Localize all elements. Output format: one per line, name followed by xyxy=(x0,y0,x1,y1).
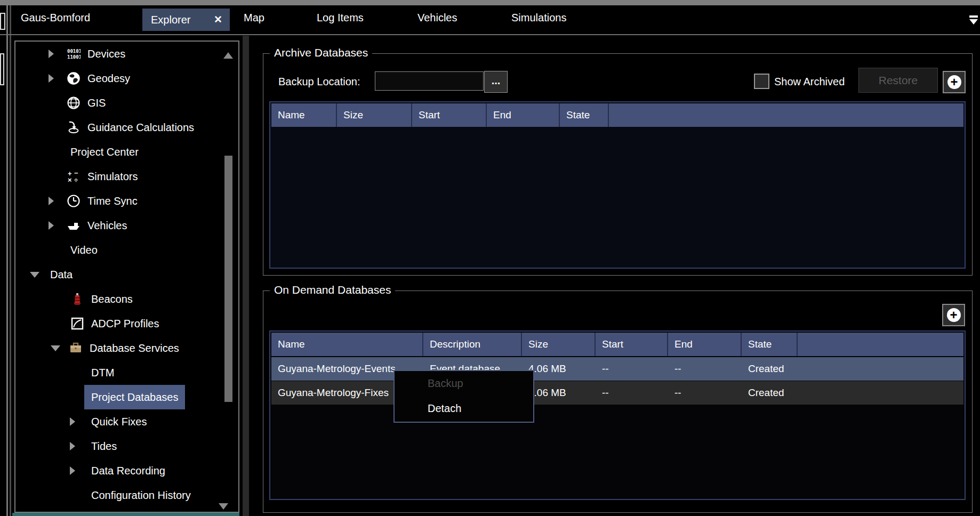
sidebar-item-data-recording[interactable]: Data Recording xyxy=(15,458,222,483)
sidebar-item-time-sync[interactable]: Time Sync xyxy=(15,189,222,213)
sidebar-item-tides[interactable]: Tides xyxy=(15,434,222,458)
sidebar-item-guidance-calculations[interactable]: Guidance Calculations xyxy=(15,115,222,140)
sidebar-item-beacons[interactable]: Beacons xyxy=(15,287,222,311)
backup-location-label: Backup Location: xyxy=(278,76,360,88)
cell-end: -- xyxy=(668,381,742,405)
column-header-name[interactable]: Name xyxy=(271,333,423,356)
chevron-right-icon[interactable] xyxy=(70,466,75,475)
chevron-right-icon[interactable] xyxy=(49,50,54,58)
table-row[interactable]: Guyana-Metrology-EventsEvent database4.0… xyxy=(271,357,963,381)
column-header-end[interactable]: End xyxy=(668,333,742,356)
sidebar-item-database-services[interactable]: Database Services xyxy=(15,336,222,360)
cell-state: Created xyxy=(742,381,798,405)
project-name-tab[interactable]: Gaus-Bomford xyxy=(21,12,90,24)
beacons-icon xyxy=(70,292,84,306)
chevron-right-icon[interactable] xyxy=(49,74,54,83)
tab-overflow-icon[interactable] xyxy=(969,15,978,25)
chevron-right-icon[interactable] xyxy=(70,417,75,426)
add-ondemand-database-button[interactable]: + xyxy=(942,304,965,326)
tab-log-items[interactable]: Log Items xyxy=(317,12,364,24)
sidebar-bottom-accent xyxy=(12,513,239,516)
devices-icon: 0010111001 xyxy=(67,47,81,61)
svg-text:÷: ÷ xyxy=(74,176,78,183)
tab-explorer-label: Explorer xyxy=(151,9,190,31)
tab-simulations[interactable]: Simulations xyxy=(511,12,566,24)
sidebar-item-label: Database Services xyxy=(83,336,186,360)
svg-text:00101: 00101 xyxy=(67,49,81,54)
context-menu: BackupDetach xyxy=(393,370,534,423)
archive-databases-title: Archive Databases xyxy=(270,46,372,59)
column-header-end[interactable]: End xyxy=(487,103,560,127)
scroll-down-icon[interactable] xyxy=(219,503,228,510)
sidebar-item-quick-fixes[interactable]: Quick Fixes xyxy=(15,409,222,434)
vehicles-icon xyxy=(67,219,81,232)
collapsed-panel-handle[interactable] xyxy=(0,53,4,85)
ondemand-databases-table: NameDescriptionSizeStartEndStateGuyana-M… xyxy=(269,330,966,500)
sidebar-item-label: Tides xyxy=(84,434,124,458)
sidebar-item-label: Simulators xyxy=(81,164,144,189)
table-header: NameDescriptionSizeStartEndState xyxy=(271,333,963,356)
show-archived-checkbox[interactable] xyxy=(754,74,769,89)
table-row[interactable]: Guyana-Metrology-Fixes4.06 MB----Created xyxy=(271,381,963,405)
sidebar-scrollbar-thumb[interactable] xyxy=(224,156,232,402)
browse-button[interactable]: ... xyxy=(484,71,508,93)
sidebar-item-adcp-profiles[interactable]: ADCP Profiles xyxy=(15,311,222,336)
chevron-down-icon[interactable] xyxy=(30,272,39,278)
add-archive-database-button[interactable]: + xyxy=(943,71,966,93)
sidebar-item-video[interactable]: Video xyxy=(15,238,222,262)
sidebar-item-label: ADCP Profiles xyxy=(84,311,166,336)
sidebar-item-geodesy[interactable]: Geodesy xyxy=(15,66,222,91)
sidebar-item-vehicles[interactable]: Vehicles xyxy=(15,213,222,238)
tab-explorer[interactable]: Explorer ✕ xyxy=(142,9,230,31)
sidebar-item-project-databases[interactable]: Project Databases xyxy=(15,385,222,409)
guidance-icon xyxy=(67,120,81,134)
cell-end: -- xyxy=(668,357,742,381)
svg-text:11001: 11001 xyxy=(67,54,81,60)
sidebar-item-simulators[interactable]: +−×÷Simulators xyxy=(15,164,222,189)
sidebar-item-gis[interactable]: GIS xyxy=(15,91,222,115)
sidebar-item-devices[interactable]: 0010111001Devices xyxy=(15,42,222,66)
backup-location-input[interactable] xyxy=(375,71,484,91)
column-header-start[interactable]: Start xyxy=(596,333,668,356)
window-title-strip xyxy=(0,0,980,5)
column-header-name[interactable]: Name xyxy=(271,103,337,127)
collapsed-panel-tab[interactable] xyxy=(0,13,5,30)
table-header: NameSizeStartEndState xyxy=(271,103,963,127)
chevron-down-icon[interactable] xyxy=(51,345,60,351)
context-menu-item-detach[interactable]: Detach xyxy=(395,396,533,421)
sidebar-item-project-center[interactable]: Project Center xyxy=(15,140,222,164)
plus-icon: + xyxy=(947,75,961,89)
cell-state: Created xyxy=(742,357,798,381)
column-header-size[interactable]: Size xyxy=(522,333,596,356)
scroll-up-icon[interactable] xyxy=(223,52,233,59)
sidebar-item-label: Video xyxy=(63,238,105,262)
chevron-right-icon[interactable] xyxy=(49,197,54,205)
sidebar-item-label: Devices xyxy=(81,42,132,66)
panel-splitter[interactable] xyxy=(243,36,249,516)
chevron-right-icon[interactable] xyxy=(70,442,75,450)
chevron-right-icon[interactable] xyxy=(49,221,54,230)
column-header-state[interactable]: State xyxy=(560,103,609,127)
sidebar-item-label: Geodesy xyxy=(81,66,137,91)
sidebar-item-dtm[interactable]: DTM xyxy=(15,360,222,385)
sidebar-item-label: Vehicles xyxy=(81,213,134,238)
geodesy-icon xyxy=(67,71,81,85)
column-header-start[interactable]: Start xyxy=(412,103,487,127)
tab-vehicles[interactable]: Vehicles xyxy=(417,12,457,24)
svg-text:×: × xyxy=(68,176,72,183)
sidebar-item-configuration-history[interactable]: Configuration History xyxy=(15,483,222,507)
sidebar-item-data[interactable]: Data xyxy=(15,262,222,287)
simulators-icon: +−×÷ xyxy=(67,170,81,183)
close-icon[interactable]: ✕ xyxy=(214,9,222,31)
gis-icon xyxy=(67,96,81,110)
restore-button[interactable]: Restore xyxy=(858,68,938,93)
context-menu-item-backup[interactable]: Backup xyxy=(395,371,533,396)
column-header-description[interactable]: Description xyxy=(423,333,522,356)
sidebar-item-label: GIS xyxy=(81,91,113,115)
sidebar-item-label: Quick Fixes xyxy=(84,409,154,434)
tab-map[interactable]: Map xyxy=(244,12,264,24)
column-header-size[interactable]: Size xyxy=(337,103,412,127)
cell-start: -- xyxy=(596,381,668,405)
timesync-icon xyxy=(67,194,81,208)
column-header-state[interactable]: State xyxy=(742,333,798,356)
